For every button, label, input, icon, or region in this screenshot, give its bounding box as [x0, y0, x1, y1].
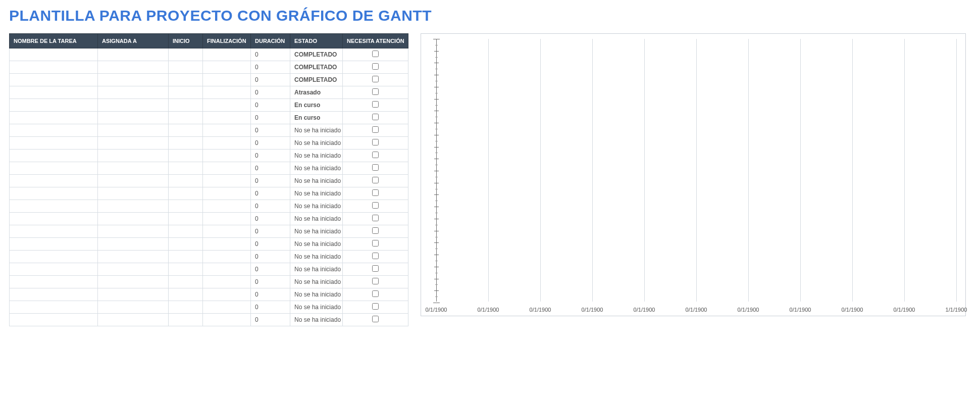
cell-duration[interactable]: 0 [251, 187, 290, 200]
cell-start[interactable] [169, 213, 203, 225]
cell-task-name[interactable] [10, 288, 98, 301]
needs-attention-checkbox[interactable] [372, 126, 379, 133]
cell-status[interactable]: Atrasado [290, 86, 343, 99]
cell-status[interactable]: No se ha iniciado [290, 314, 343, 326]
cell-assigned[interactable] [98, 150, 169, 162]
cell-start[interactable] [169, 301, 203, 314]
cell-task-name[interactable] [10, 187, 98, 200]
cell-task-name[interactable] [10, 137, 98, 150]
cell-task-name[interactable] [10, 99, 98, 112]
cell-assigned[interactable] [98, 314, 169, 326]
needs-attention-checkbox[interactable] [372, 88, 379, 95]
cell-start[interactable] [169, 99, 203, 112]
cell-duration[interactable]: 0 [251, 150, 290, 162]
cell-task-name[interactable] [10, 200, 98, 213]
needs-attention-checkbox[interactable] [372, 240, 379, 247]
cell-assigned[interactable] [98, 200, 169, 213]
cell-end[interactable] [203, 112, 251, 124]
cell-duration[interactable]: 0 [251, 238, 290, 251]
cell-assigned[interactable] [98, 99, 169, 112]
cell-end[interactable] [203, 251, 251, 263]
cell-task-name[interactable] [10, 48, 98, 61]
cell-status[interactable]: No se ha iniciado [290, 276, 343, 288]
needs-attention-checkbox[interactable] [372, 164, 379, 171]
cell-end[interactable] [203, 137, 251, 150]
cell-end[interactable] [203, 48, 251, 61]
cell-status[interactable]: No se ha iniciado [290, 150, 343, 162]
needs-attention-checkbox[interactable] [372, 316, 379, 322]
cell-assigned[interactable] [98, 276, 169, 288]
cell-duration[interactable]: 0 [251, 86, 290, 99]
needs-attention-checkbox[interactable] [372, 202, 379, 209]
cell-assigned[interactable] [98, 112, 169, 124]
cell-status[interactable]: No se ha iniciado [290, 301, 343, 314]
cell-assigned[interactable] [98, 86, 169, 99]
cell-task-name[interactable] [10, 86, 98, 99]
cell-duration[interactable]: 0 [251, 175, 290, 187]
needs-attention-checkbox[interactable] [372, 114, 379, 120]
cell-end[interactable] [203, 263, 251, 276]
cell-end[interactable] [203, 288, 251, 301]
cell-duration[interactable]: 0 [251, 48, 290, 61]
cell-assigned[interactable] [98, 74, 169, 86]
cell-end[interactable] [203, 86, 251, 99]
cell-task-name[interactable] [10, 238, 98, 251]
cell-duration[interactable]: 0 [251, 301, 290, 314]
cell-duration[interactable]: 0 [251, 225, 290, 238]
cell-task-name[interactable] [10, 263, 98, 276]
cell-duration[interactable]: 0 [251, 61, 290, 74]
cell-assigned[interactable] [98, 175, 169, 187]
cell-duration[interactable]: 0 [251, 74, 290, 86]
cell-start[interactable] [169, 124, 203, 137]
cell-start[interactable] [169, 162, 203, 175]
cell-assigned[interactable] [98, 225, 169, 238]
cell-duration[interactable]: 0 [251, 200, 290, 213]
cell-start[interactable] [169, 200, 203, 213]
cell-start[interactable] [169, 238, 203, 251]
cell-duration[interactable]: 0 [251, 251, 290, 263]
cell-assigned[interactable] [98, 288, 169, 301]
cell-status[interactable]: No se ha iniciado [290, 238, 343, 251]
needs-attention-checkbox[interactable] [372, 177, 379, 183]
cell-assigned[interactable] [98, 48, 169, 61]
needs-attention-checkbox[interactable] [372, 290, 379, 297]
cell-assigned[interactable] [98, 301, 169, 314]
cell-end[interactable] [203, 99, 251, 112]
cell-end[interactable] [203, 74, 251, 86]
cell-assigned[interactable] [98, 187, 169, 200]
cell-assigned[interactable] [98, 213, 169, 225]
cell-duration[interactable]: 0 [251, 276, 290, 288]
cell-task-name[interactable] [10, 112, 98, 124]
cell-assigned[interactable] [98, 238, 169, 251]
needs-attention-checkbox[interactable] [372, 152, 379, 158]
cell-status[interactable]: COMPLETADO [290, 61, 343, 74]
cell-status[interactable]: No se ha iniciado [290, 225, 343, 238]
cell-task-name[interactable] [10, 124, 98, 137]
cell-end[interactable] [203, 276, 251, 288]
cell-end[interactable] [203, 187, 251, 200]
needs-attention-checkbox[interactable] [372, 139, 379, 145]
needs-attention-checkbox[interactable] [372, 227, 379, 234]
cell-start[interactable] [169, 251, 203, 263]
cell-status[interactable]: No se ha iniciado [290, 175, 343, 187]
cell-status[interactable]: COMPLETADO [290, 74, 343, 86]
cell-start[interactable] [169, 187, 203, 200]
cell-task-name[interactable] [10, 175, 98, 187]
cell-start[interactable] [169, 137, 203, 150]
cell-status[interactable]: COMPLETADO [290, 48, 343, 61]
cell-end[interactable] [203, 213, 251, 225]
needs-attention-checkbox[interactable] [372, 253, 379, 259]
cell-start[interactable] [169, 48, 203, 61]
needs-attention-checkbox[interactable] [372, 265, 379, 272]
cell-status[interactable]: En curso [290, 99, 343, 112]
cell-start[interactable] [169, 276, 203, 288]
cell-assigned[interactable] [98, 263, 169, 276]
cell-task-name[interactable] [10, 162, 98, 175]
needs-attention-checkbox[interactable] [372, 76, 379, 82]
cell-duration[interactable]: 0 [251, 263, 290, 276]
cell-duration[interactable]: 0 [251, 99, 290, 112]
cell-assigned[interactable] [98, 162, 169, 175]
cell-assigned[interactable] [98, 251, 169, 263]
cell-start[interactable] [169, 314, 203, 326]
cell-start[interactable] [169, 263, 203, 276]
